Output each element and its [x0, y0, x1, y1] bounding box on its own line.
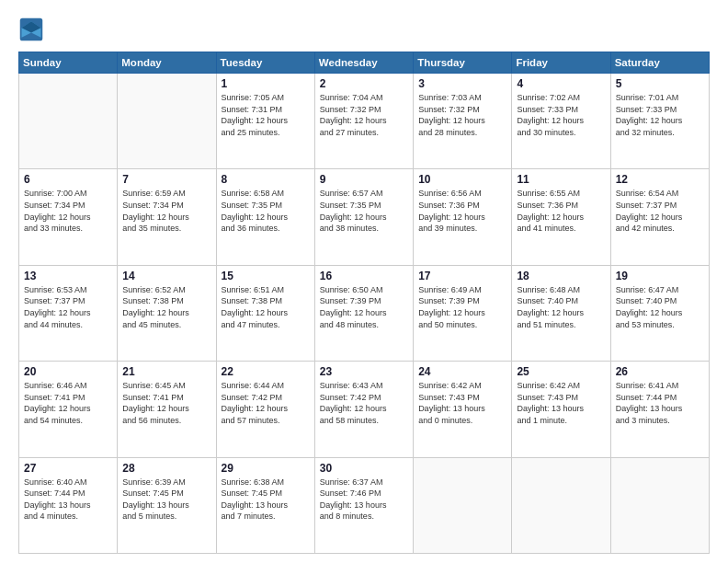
day-number: 23 [320, 365, 408, 378]
day-number: 19 [616, 270, 704, 282]
calendar-cell: 22Sunrise: 6:44 AM Sunset: 7:42 PM Dayli… [216, 362, 314, 457]
day-number: 10 [418, 173, 506, 186]
day-info: Sunrise: 6:48 AM Sunset: 7:40 PM Dayligh… [517, 284, 605, 330]
day-number: 22 [222, 365, 310, 378]
day-info: Sunrise: 6:49 AM Sunset: 7:39 PM Dayligh… [418, 284, 506, 330]
weekday-header-friday: Friday [512, 52, 610, 74]
day-number: 25 [517, 365, 605, 378]
day-info: Sunrise: 7:02 AM Sunset: 7:33 PM Dayligh… [517, 92, 605, 138]
header [18, 17, 710, 42]
calendar-cell: 20Sunrise: 6:46 AM Sunset: 7:41 PM Dayli… [19, 362, 118, 457]
calendar-cell: 12Sunrise: 6:54 AM Sunset: 7:37 PM Dayli… [610, 169, 709, 265]
calendar-cell: 9Sunrise: 6:57 AM Sunset: 7:35 PM Daylig… [314, 169, 413, 265]
weekday-header-wednesday: Wednesday [314, 52, 413, 74]
calendar-cell: 13Sunrise: 6:53 AM Sunset: 7:37 PM Dayli… [19, 265, 118, 361]
day-info: Sunrise: 6:52 AM Sunset: 7:38 PM Dayligh… [122, 284, 210, 330]
day-number: 30 [320, 462, 408, 475]
calendar-cell: 5Sunrise: 7:01 AM Sunset: 7:33 PM Daylig… [610, 74, 709, 169]
calendar-week-row: 1Sunrise: 7:05 AM Sunset: 7:31 PM Daylig… [19, 74, 710, 169]
calendar-cell: 19Sunrise: 6:47 AM Sunset: 7:40 PM Dayli… [610, 265, 709, 361]
calendar-table: SundayMondayTuesdayWednesdayThursdayFrid… [18, 52, 710, 554]
day-number: 20 [24, 365, 112, 378]
day-number: 9 [320, 173, 408, 186]
day-info: Sunrise: 6:41 AM Sunset: 7:44 PM Dayligh… [616, 380, 704, 426]
day-info: Sunrise: 7:05 AM Sunset: 7:31 PM Dayligh… [222, 92, 310, 138]
day-info: Sunrise: 6:51 AM Sunset: 7:38 PM Dayligh… [222, 284, 310, 330]
day-number: 5 [616, 77, 704, 90]
day-info: Sunrise: 6:47 AM Sunset: 7:40 PM Dayligh… [616, 284, 704, 330]
calendar-cell: 7Sunrise: 6:59 AM Sunset: 7:34 PM Daylig… [118, 169, 216, 265]
day-info: Sunrise: 6:42 AM Sunset: 7:43 PM Dayligh… [418, 380, 506, 426]
day-number: 14 [122, 270, 210, 282]
day-info: Sunrise: 6:38 AM Sunset: 7:45 PM Dayligh… [222, 477, 310, 523]
day-number: 7 [122, 173, 210, 186]
calendar-week-row: 27Sunrise: 6:40 AM Sunset: 7:44 PM Dayli… [19, 457, 710, 553]
calendar-cell: 4Sunrise: 7:02 AM Sunset: 7:33 PM Daylig… [512, 74, 610, 169]
calendar-cell: 23Sunrise: 6:43 AM Sunset: 7:42 PM Dayli… [314, 362, 413, 457]
calendar-cell [19, 74, 118, 169]
day-info: Sunrise: 6:44 AM Sunset: 7:42 PM Dayligh… [222, 380, 310, 426]
day-info: Sunrise: 6:50 AM Sunset: 7:39 PM Dayligh… [320, 284, 408, 330]
day-number: 2 [320, 77, 408, 90]
day-info: Sunrise: 6:46 AM Sunset: 7:41 PM Dayligh… [24, 380, 112, 426]
calendar-week-row: 6Sunrise: 7:00 AM Sunset: 7:34 PM Daylig… [19, 169, 710, 265]
day-number: 27 [24, 462, 112, 475]
calendar-cell: 11Sunrise: 6:55 AM Sunset: 7:36 PM Dayli… [512, 169, 610, 265]
day-number: 3 [418, 77, 506, 90]
day-number: 13 [24, 270, 112, 282]
calendar-cell [414, 457, 512, 553]
day-number: 29 [222, 462, 310, 475]
day-info: Sunrise: 6:58 AM Sunset: 7:35 PM Dayligh… [222, 188, 310, 234]
day-number: 8 [222, 173, 310, 186]
day-info: Sunrise: 6:40 AM Sunset: 7:44 PM Dayligh… [24, 477, 112, 523]
day-info: Sunrise: 6:43 AM Sunset: 7:42 PM Dayligh… [320, 380, 408, 426]
calendar-cell: 30Sunrise: 6:37 AM Sunset: 7:46 PM Dayli… [314, 457, 413, 553]
day-info: Sunrise: 6:54 AM Sunset: 7:37 PM Dayligh… [616, 188, 704, 234]
weekday-header-row: SundayMondayTuesdayWednesdayThursdayFrid… [19, 52, 710, 74]
day-number: 21 [122, 365, 210, 378]
day-info: Sunrise: 7:03 AM Sunset: 7:32 PM Dayligh… [418, 92, 506, 138]
day-number: 12 [616, 173, 704, 186]
weekday-header-saturday: Saturday [610, 52, 709, 74]
day-number: 17 [418, 270, 506, 282]
day-info: Sunrise: 6:59 AM Sunset: 7:34 PM Dayligh… [122, 188, 210, 234]
calendar-cell: 26Sunrise: 6:41 AM Sunset: 7:44 PM Dayli… [610, 362, 709, 457]
calendar-cell: 15Sunrise: 6:51 AM Sunset: 7:38 PM Dayli… [216, 265, 314, 361]
calendar-cell: 14Sunrise: 6:52 AM Sunset: 7:38 PM Dayli… [118, 265, 216, 361]
day-info: Sunrise: 6:42 AM Sunset: 7:43 PM Dayligh… [517, 380, 605, 426]
day-info: Sunrise: 6:55 AM Sunset: 7:36 PM Dayligh… [517, 188, 605, 234]
day-info: Sunrise: 6:56 AM Sunset: 7:36 PM Dayligh… [418, 188, 506, 234]
calendar-cell [118, 74, 216, 169]
day-number: 18 [517, 270, 605, 282]
calendar-cell: 1Sunrise: 7:05 AM Sunset: 7:31 PM Daylig… [216, 74, 314, 169]
calendar-cell [610, 457, 709, 553]
calendar-cell: 2Sunrise: 7:04 AM Sunset: 7:32 PM Daylig… [314, 74, 413, 169]
calendar-cell [512, 457, 610, 553]
calendar-cell: 6Sunrise: 7:00 AM Sunset: 7:34 PM Daylig… [19, 169, 118, 265]
calendar-cell: 8Sunrise: 6:58 AM Sunset: 7:35 PM Daylig… [216, 169, 314, 265]
day-number: 26 [616, 365, 704, 378]
day-info: Sunrise: 6:57 AM Sunset: 7:35 PM Dayligh… [320, 188, 408, 234]
calendar-cell: 24Sunrise: 6:42 AM Sunset: 7:43 PM Dayli… [414, 362, 512, 457]
weekday-header-thursday: Thursday [414, 52, 512, 74]
day-number: 11 [517, 173, 605, 186]
day-info: Sunrise: 7:01 AM Sunset: 7:33 PM Dayligh… [616, 92, 704, 138]
day-number: 6 [24, 173, 112, 186]
day-info: Sunrise: 7:04 AM Sunset: 7:32 PM Dayligh… [320, 92, 408, 138]
weekday-header-monday: Monday [118, 52, 216, 74]
calendar-cell: 21Sunrise: 6:45 AM Sunset: 7:41 PM Dayli… [118, 362, 216, 457]
calendar-week-row: 20Sunrise: 6:46 AM Sunset: 7:41 PM Dayli… [19, 362, 710, 457]
weekday-header-tuesday: Tuesday [216, 52, 314, 74]
page: SundayMondayTuesdayWednesdayThursdayFrid… [0, 0, 728, 563]
day-info: Sunrise: 6:39 AM Sunset: 7:45 PM Dayligh… [122, 477, 210, 523]
day-info: Sunrise: 6:45 AM Sunset: 7:41 PM Dayligh… [122, 380, 210, 426]
calendar-cell: 28Sunrise: 6:39 AM Sunset: 7:45 PM Dayli… [118, 457, 216, 553]
day-number: 24 [418, 365, 506, 378]
calendar-cell: 17Sunrise: 6:49 AM Sunset: 7:39 PM Dayli… [414, 265, 512, 361]
calendar-cell: 27Sunrise: 6:40 AM Sunset: 7:44 PM Dayli… [19, 457, 118, 553]
calendar-cell: 18Sunrise: 6:48 AM Sunset: 7:40 PM Dayli… [512, 265, 610, 361]
calendar-cell: 3Sunrise: 7:03 AM Sunset: 7:32 PM Daylig… [414, 74, 512, 169]
calendar-cell: 10Sunrise: 6:56 AM Sunset: 7:36 PM Dayli… [414, 169, 512, 265]
logo-icon [18, 17, 44, 42]
day-number: 16 [320, 270, 408, 282]
